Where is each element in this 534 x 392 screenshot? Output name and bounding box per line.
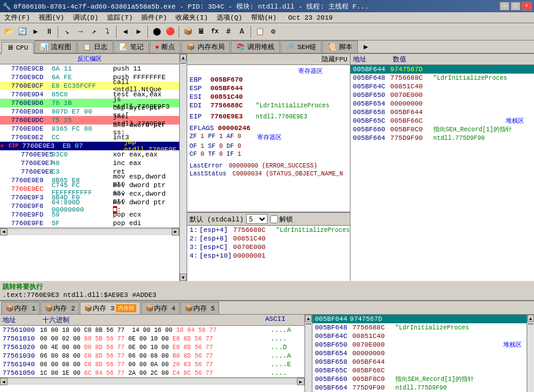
tab-cpu[interactable]: 🖥 CPU	[1, 42, 34, 54]
stack-r2[interactable]: 005BF648 7756688C "LdrInitializeProces	[312, 323, 527, 332]
tab-script[interactable]: 📜 脚本	[322, 40, 358, 53]
reg-esp-val[interactable]: 005BF644	[211, 85, 253, 92]
scroll-thumb[interactable]	[180, 63, 186, 64]
mem-scroll-left[interactable]: ◀	[0, 378, 7, 385]
toolbar-log[interactable]: 📋	[253, 26, 266, 38]
tab-more[interactable]: ▶	[360, 40, 372, 53]
eflags-val[interactable]: 00000246	[218, 125, 250, 132]
toolbar-fx[interactable]: fx	[209, 26, 221, 38]
stack-row-esp[interactable]: 005BF644 9747567D	[350, 65, 534, 74]
stack-row-4[interactable]: 005BF650 0070E000	[350, 91, 534, 99]
scroll-up-arrow[interactable]: ▲	[305, 315, 312, 322]
callstack-count-select[interactable]: 5 10 20	[246, 214, 268, 224]
table-row[interactable]: 7760E9FD 59 pop ecx	[0, 210, 179, 219]
toolbar-mem[interactable]: 📦	[182, 26, 194, 38]
mem-row-6[interactable]: 77561050 1C 00 1E 00 6C 84 56 77 2A 00 2…	[0, 369, 304, 377]
mem-row-5[interactable]: 77561040 06 00 08 00 C8 8D 56 77 00 00 0…	[0, 360, 304, 369]
scroll-thumb[interactable]	[528, 323, 533, 325]
table-row[interactable]: ● EIP 7760E9E3 EB 07 jmp ntdll.7760E9E	[0, 142, 179, 150]
reg-edi-val[interactable]: 7756688C	[211, 102, 253, 109]
call-row-2[interactable]: 2: [esp+8] 00851C40	[187, 234, 350, 243]
toolbar-run-to[interactable]: ⤵	[101, 26, 114, 38]
toolbar-forward[interactable]: ▶	[133, 26, 145, 38]
title-bar-controls[interactable]: — □ ×	[500, 2, 532, 10]
menu-help[interactable]: 帮助(H)	[249, 12, 279, 23]
menu-favorites[interactable]: 收藏夹(I)	[174, 12, 210, 23]
table-row[interactable]: 7760E9E7 40 inc eax	[0, 159, 179, 167]
toolbar-open[interactable]: 📂	[2, 26, 15, 38]
mem-tab-5[interactable]: 📦 内存 5	[180, 302, 219, 314]
menu-trace[interactable]: 追踪(T)	[105, 12, 134, 23]
stack-row-3[interactable]: 005BF64C 00851C40	[350, 82, 534, 91]
callstack-lock-cb[interactable]	[270, 215, 278, 223]
toolbar-restart[interactable]: 🔄	[16, 26, 28, 38]
toolbar-play[interactable]: ▶	[29, 26, 42, 38]
mem-hscroll[interactable]: ◀ ▶	[0, 377, 304, 385]
reg-eip-val[interactable]: 7760E9E3	[211, 113, 253, 120]
stack-row-5[interactable]: 005BF654 00000000	[350, 99, 534, 108]
toolbar-back[interactable]: ◀	[119, 26, 131, 38]
toolbar-hash[interactable]: #	[222, 26, 234, 38]
stack-row-2[interactable]: 005BF648 7756688C "LdrInitializeProces	[350, 74, 534, 82]
stack-row-6[interactable]: 005BF658 005BF644	[350, 108, 534, 117]
tab-seh[interactable]: 🔗 SEH链	[281, 40, 322, 53]
stack-vscroll[interactable]: ▲ ▼	[527, 315, 534, 392]
tab-log[interactable]: 📋 日志	[77, 40, 113, 53]
toolbar-bp[interactable]: ⬤	[150, 26, 163, 38]
stack-row-9[interactable]: 005BF664 775D9F90 ntdll.775D9F90	[350, 134, 534, 142]
stack-r5[interactable]: 005BF654 00000000	[312, 349, 527, 358]
tab-callstack[interactable]: 📚 调用堆栈	[231, 40, 280, 53]
table-row[interactable]: 7760E9E5 33C0 xor eax,eax	[0, 150, 179, 159]
mem-row-4[interactable]: 77561030 06 00 08 00 C0 8D 56 77 06 00 0…	[0, 352, 304, 360]
toolbar-calc[interactable]: 🖩	[195, 26, 207, 38]
toolbar-pause[interactable]: ⏸	[43, 26, 55, 38]
menu-view[interactable]: 视图(V)	[37, 12, 66, 23]
scroll-up-arrow[interactable]: ▲	[180, 54, 187, 61]
table-row[interactable]: 7760E9DE 8365 FC 00 and dword ptr ss:	[0, 125, 179, 133]
close-button[interactable]: ×	[522, 2, 532, 10]
toolbar-step-out[interactable]: ↗	[88, 26, 100, 38]
toolbar-hw-bp[interactable]: 🔴	[164, 26, 176, 38]
table-row[interactable]: 7760E9CF E8 EC35FCFF call <ntdll.NtQue	[0, 82, 179, 90]
call-row-1[interactable]: 1: [esp+4] 7756688C "LdrInitializeProces	[187, 226, 350, 234]
disasm-area[interactable]: 反汇编区 7760E9CB 6A 11 push 11 7760E9CD 6A …	[0, 54, 179, 281]
mem-scroll-right[interactable]: ▶	[297, 378, 304, 385]
stack-r8[interactable]: 005BF660 005BF8C0 指向SEH_Record[1]的指针	[312, 375, 527, 383]
stack-r4[interactable]: 005BF650 0070E000 堆栈区	[312, 340, 527, 349]
scroll-up-arrow[interactable]: ▲	[527, 315, 534, 322]
mem-tab-4[interactable]: 📦 内存 4	[141, 302, 180, 314]
table-row[interactable]: 7760E9F6 64:890D 00000000 mov dword ptr …	[0, 202, 179, 210]
maximize-button[interactable]: □	[511, 2, 520, 10]
reg-ebp-val[interactable]: 005BF670	[211, 76, 253, 83]
mem-row-1[interactable]: 77561000 16 00 18 00 C0 8B 56 77 14 00 1…	[0, 326, 304, 334]
tab-notes[interactable]: 📝 笔记	[114, 40, 149, 53]
stack-r9[interactable]: 005BF664 775D9F90 ntdll.775D9F90	[312, 383, 527, 392]
stack-r6[interactable]: 005BF658 005BF644	[312, 358, 527, 366]
stack-r7[interactable]: 005BF65C 005BF66C	[312, 366, 527, 375]
menu-options[interactable]: 选项(Q)	[215, 12, 244, 23]
toolbar-step-over[interactable]: →	[74, 26, 87, 38]
mem-vscroll[interactable]: ▲ ▼	[304, 315, 312, 392]
menu-file[interactable]: 文件(F)	[2, 12, 32, 23]
stack-r3[interactable]: 005BF64C 00851C40	[312, 332, 527, 340]
reg-esi-val[interactable]: 00851C40	[211, 93, 253, 101]
disasm-hscroll[interactable]: ◀ ▶	[0, 228, 179, 235]
call-row-3[interactable]: 3: [esp+C] 0070E000	[187, 243, 350, 252]
mem-row-2[interactable]: 77561010 00 00 02 00 80 5B 56 77 0E 00 1…	[0, 334, 304, 343]
menu-debug[interactable]: 调试(D)	[71, 12, 101, 23]
toolbar-step-in[interactable]: ↘	[61, 26, 73, 38]
table-row[interactable]: 7760E9FE 5F pop edi	[0, 219, 179, 228]
scroll-down-arrow[interactable]: ▼	[180, 274, 187, 281]
tab-memory[interactable]: 📦 内存布局	[181, 40, 230, 53]
mem-tab-1[interactable]: 📦 内存 1	[1, 302, 40, 314]
scroll-thumb[interactable]	[306, 323, 311, 325]
mem-tab-3[interactable]: 📦 内存 3 内存框	[80, 302, 140, 314]
minimize-button[interactable]: —	[500, 2, 509, 10]
stack-row-7[interactable]: 005BF65C 005BF66C 堆栈区	[350, 117, 534, 125]
disasm-vscroll[interactable]: ▲ ▼	[179, 54, 187, 281]
mem-row-3[interactable]: 77561020 00 4E 00 00 D0 8D 56 77 0E 00 1…	[0, 343, 304, 352]
toolbar-font[interactable]: A	[236, 26, 248, 38]
tab-breakpoints[interactable]: ● 断点	[150, 40, 181, 53]
call-row-4[interactable]: 4: [esp+10] 00000001	[187, 252, 350, 260]
table-row[interactable]: 7760E9CB 6A 11 push 11	[0, 64, 179, 73]
